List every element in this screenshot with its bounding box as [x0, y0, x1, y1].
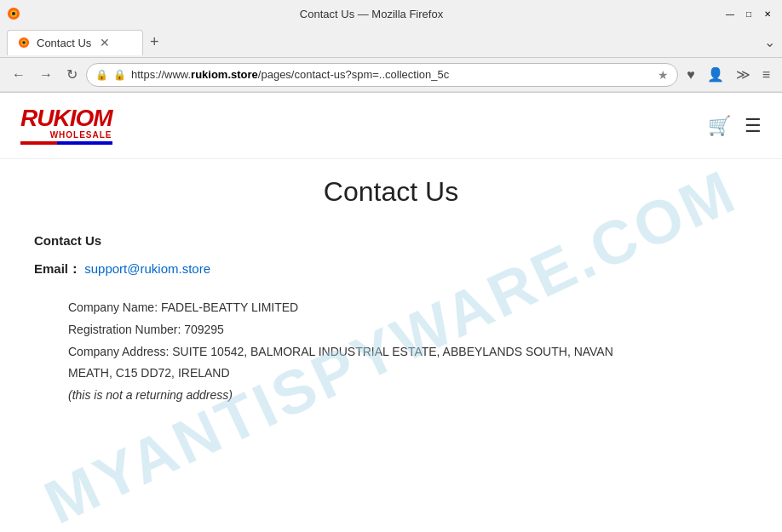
- minimize-button[interactable]: —: [722, 6, 738, 21]
- company-name-value: FADEL-BEATTY LIMITED: [161, 300, 298, 314]
- bookmark-icon[interactable]: ★: [658, 68, 669, 82]
- active-tab[interactable]: Contact Us ✕: [7, 30, 143, 55]
- tab-close-button[interactable]: ✕: [98, 36, 112, 49]
- logo-rukiom: RUKIOM: [20, 105, 112, 131]
- logo-wholesale: WHOLESALE: [20, 130, 112, 140]
- page-content: Contact Us Contact Us Email： support@ruk…: [0, 159, 782, 442]
- url-domain: rukiom.store: [191, 68, 258, 81]
- tab-list-button[interactable]: ⌄: [764, 34, 775, 50]
- registration-value: 709295: [184, 323, 224, 336]
- tab-bar: Contact Us ✕ + ⌄: [0, 27, 782, 58]
- logo-container[interactable]: RUKIOM WHOLESALE: [20, 106, 112, 145]
- registration-label: Registration Number:: [68, 323, 181, 336]
- forward-button[interactable]: →: [34, 64, 58, 86]
- address-label: Company Address:: [68, 345, 169, 358]
- cart-icon[interactable]: 🛒: [708, 115, 731, 137]
- company-name-label: Company Name:: [68, 300, 158, 314]
- close-button[interactable]: ✕: [760, 6, 775, 21]
- company-info: Company Name: FADEL-BEATTY LIMITED Regis…: [34, 298, 748, 406]
- email-line: Email： support@rukiom.store: [34, 261, 748, 277]
- profile-button[interactable]: 👤: [702, 63, 729, 86]
- address-note: (this is not a returning address): [68, 386, 748, 406]
- window-title: Contact Us — Mozilla Firefox: [20, 8, 722, 20]
- hamburger-menu-icon[interactable]: ☰: [745, 115, 762, 137]
- maximize-button[interactable]: □: [741, 6, 756, 21]
- url-text: https://www.rukiom.store/pages/contact-u…: [131, 68, 653, 81]
- email-label: Email：: [34, 261, 81, 276]
- website-content: MYANTISPYWARE.COM RUKIOM WHOLESALE 🛒 ☰ C…: [0, 93, 782, 531]
- url-bar[interactable]: 🔒 🔒 https://www.rukiom.store/pages/conta…: [86, 63, 678, 87]
- menu-button[interactable]: ≡: [757, 64, 775, 86]
- back-button[interactable]: ←: [7, 64, 31, 86]
- registration-line: Registration Number: 709295: [68, 320, 748, 340]
- logo-box: RUKIOM WHOLESALE: [20, 106, 112, 145]
- svg-point-5: [22, 41, 26, 44]
- reload-button[interactable]: ↻: [61, 63, 83, 86]
- address-value: SUITE 10542, BALMORAL INDUSTRIAL ESTATE,…: [172, 345, 613, 358]
- tab-favicon: [18, 37, 30, 49]
- email-link[interactable]: support@rukiom.store: [84, 261, 210, 276]
- address-line1: Company Address: SUITE 10542, BALMORAL I…: [68, 342, 748, 363]
- tab-label: Contact Us: [37, 37, 91, 49]
- company-name-line: Company Name: FADEL-BEATTY LIMITED: [68, 298, 748, 318]
- address-line2: MEATH, C15 DD72, IRELAND: [68, 363, 748, 384]
- pocket-button[interactable]: ♥: [681, 64, 700, 86]
- browser-icon: [7, 7, 20, 20]
- header-right: 🛒 ☰: [708, 115, 762, 137]
- new-tab-button[interactable]: +: [143, 33, 166, 51]
- site-header: RUKIOM WHOLESALE 🛒 ☰: [0, 93, 782, 159]
- page-title: Contact Us: [34, 176, 748, 208]
- lock-icon: 🔒: [113, 69, 126, 81]
- security-icon: 🔒: [95, 69, 108, 81]
- contact-section-label: Contact Us: [34, 233, 748, 248]
- logo-lines: [20, 141, 112, 145]
- nav-bar: ← → ↻ 🔒 🔒 https://www.rukiom.store/pages…: [0, 58, 782, 92]
- title-bar: Contact Us — Mozilla Firefox — □ ✕: [0, 0, 782, 27]
- extensions-button[interactable]: ≫: [731, 63, 756, 86]
- svg-point-2: [12, 12, 15, 15]
